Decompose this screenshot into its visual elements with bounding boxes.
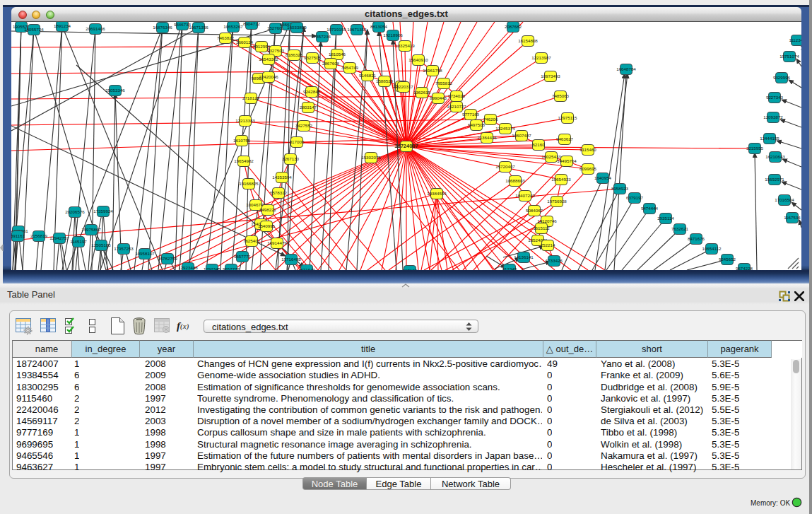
svg-text:17016504: 17016504	[775, 197, 794, 202]
svg-text:15751074: 15751074	[779, 54, 799, 59]
svg-text:1588520: 1588520	[376, 78, 394, 83]
svg-text:9327503: 9327503	[267, 48, 285, 53]
svg-text:62160: 62160	[532, 142, 545, 147]
svg-text:17957253: 17957253	[114, 246, 134, 251]
svg-text:3215955: 3215955	[746, 146, 764, 151]
svg-text:1498222: 1498222	[259, 207, 277, 212]
svg-text:19975867: 19975867	[81, 227, 101, 232]
svg-text:10973493: 10973493	[541, 74, 560, 78]
svg-text:12444155: 12444155	[760, 136, 779, 141]
svg-text:7357234: 7357234	[314, 34, 331, 39]
svg-text:16210643: 16210643	[765, 154, 785, 159]
svg-text:1571649: 1571649	[298, 267, 316, 270]
svg-text:21364436: 21364436	[477, 135, 497, 140]
svg-text:20206576: 20206576	[65, 209, 85, 214]
svg-text:2156819: 2156819	[30, 233, 48, 238]
svg-text:12505185: 12505185	[91, 243, 111, 247]
svg-text:7632621: 7632621	[671, 226, 689, 231]
svg-text:18220317: 18220317	[394, 84, 413, 89]
svg-text:19218906: 19218906	[383, 33, 403, 37]
svg-text:20691406: 20691406	[86, 26, 105, 31]
svg-text:6099695: 6099695	[579, 166, 597, 171]
svg-text:7485063: 7485063	[552, 93, 570, 98]
svg-text:1891234: 1891234	[54, 23, 71, 28]
svg-text:16782759: 16782759	[158, 256, 177, 261]
svg-text:19756928: 19756928	[547, 199, 567, 204]
svg-text:16033809: 16033809	[287, 25, 307, 30]
svg-text:967120: 967120	[403, 268, 418, 270]
svg-text:16543362: 16543362	[259, 57, 278, 62]
svg-text:8186328: 8186328	[286, 52, 303, 57]
svg-text:10688603: 10688603	[505, 178, 525, 183]
svg-text:10654923: 10654923	[551, 177, 571, 182]
svg-text:14136141: 14136141	[514, 255, 534, 259]
svg-text:5578312: 5578312	[270, 190, 288, 195]
svg-text:19166825: 19166825	[239, 181, 259, 186]
svg-text:1167534: 1167534	[784, 215, 801, 220]
svg-text:2087682: 2087682	[505, 24, 522, 29]
svg-text:9327505: 9327505	[304, 55, 322, 60]
svg-text:13245374: 13245374	[495, 126, 515, 131]
svg-text:14353594: 14353594	[272, 175, 292, 180]
svg-text:3427552: 3427552	[295, 123, 313, 128]
svg-text:9329996: 9329996	[773, 75, 791, 80]
svg-text:2803147: 2803147	[300, 105, 317, 110]
svg-text:19384554: 19384554	[427, 191, 447, 196]
svg-text:9474444: 9474444	[641, 206, 659, 211]
svg-text:391161: 391161	[11, 233, 25, 238]
svg-text:16961758: 16961758	[423, 68, 442, 73]
svg-text:16914479: 16914479	[267, 240, 287, 245]
svg-text:15302075: 15302075	[361, 155, 381, 160]
svg-text:14055724: 14055724	[24, 27, 44, 32]
svg-text:1540995: 1540995	[258, 223, 276, 228]
svg-text:8904712: 8904712	[243, 22, 261, 26]
svg-text:18407249: 18407249	[515, 193, 535, 198]
svg-text:12213383: 12213383	[235, 118, 255, 123]
svg-text:15692971: 15692971	[765, 177, 784, 182]
svg-text:10653267: 10653267	[223, 24, 243, 29]
svg-text:1640954: 1640954	[594, 175, 612, 180]
svg-text:9674228: 9674228	[736, 266, 753, 270]
svg-text:25053346: 25053346	[105, 88, 125, 93]
svg-text:7625402: 7625402	[243, 238, 261, 243]
svg-text:10719155: 10719155	[326, 27, 346, 32]
svg-text:12923448: 12923448	[178, 265, 198, 270]
svg-text:1810546: 1810546	[329, 52, 346, 57]
svg-text:3454749: 3454749	[341, 65, 359, 70]
svg-text:9242845: 9242845	[303, 89, 321, 94]
svg-text:16648784: 16648784	[616, 66, 636, 71]
svg-text:9227343: 9227343	[766, 95, 784, 100]
svg-text:6379197: 6379197	[626, 195, 644, 200]
svg-text:817006: 817006	[290, 139, 305, 144]
svg-text:3660124: 3660124	[236, 40, 254, 45]
svg-text:15720407: 15720407	[495, 164, 515, 169]
svg-text:7463822: 7463822	[217, 35, 235, 40]
svg-text:19654982: 19654982	[234, 158, 254, 163]
svg-text:8990443: 8990443	[430, 95, 447, 100]
svg-text:9657772: 9657772	[223, 267, 240, 270]
svg-text:10671356: 10671356	[189, 25, 208, 30]
svg-text:13325419: 13325419	[395, 43, 415, 48]
svg-text:7955812: 7955812	[435, 81, 453, 86]
svg-text:15640910: 15640910	[408, 57, 428, 62]
svg-text:1112345: 1112345	[789, 37, 801, 42]
svg-text:16154808: 16154808	[518, 38, 538, 43]
svg-text:10654112: 10654112	[702, 246, 722, 251]
svg-text:746206: 746206	[483, 117, 498, 122]
svg-text:22420046: 22420046	[259, 74, 278, 79]
svg-text:8958923: 8958923	[611, 186, 629, 191]
svg-text:2935114: 2935114	[657, 216, 674, 221]
svg-text:1610755: 1610755	[233, 138, 251, 143]
svg-text:9146821: 9146821	[359, 73, 377, 78]
svg-text:(x): (x)	[180, 322, 189, 331]
svg-text:6497508: 6497508	[468, 122, 486, 127]
svg-text:1145197: 1145197	[70, 239, 87, 244]
svg-text:8813054: 8813054	[370, 24, 388, 29]
svg-text:1615112: 1615112	[533, 226, 550, 230]
svg-text:2867608: 2867608	[322, 61, 340, 66]
svg-text:16210727: 16210727	[447, 104, 466, 109]
svg-text:18724007: 18724007	[394, 143, 418, 149]
svg-text:16876346: 16876346	[153, 25, 172, 30]
svg-text:252214: 252214	[541, 243, 555, 247]
svg-text:1292345: 1292345	[204, 267, 221, 270]
